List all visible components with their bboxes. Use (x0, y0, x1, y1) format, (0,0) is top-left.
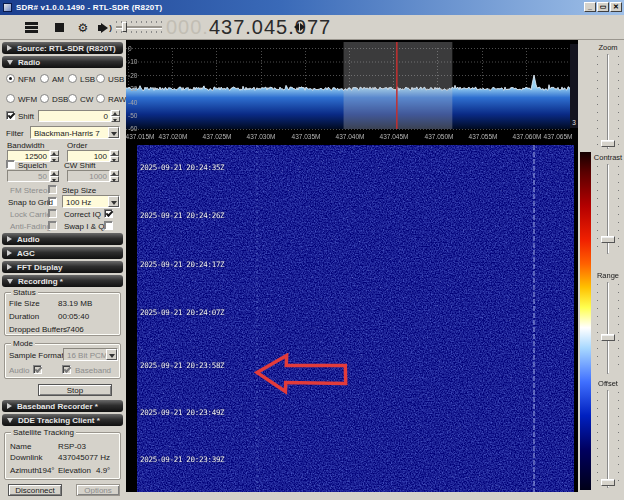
frequency-step-right-icon[interactable] (300, 23, 305, 31)
chevron-down-icon (7, 418, 13, 423)
close-button[interactable]: ✕ (610, 2, 622, 12)
gear-icon: ⚙ (78, 22, 89, 34)
step-size-dropdown[interactable]: 100 Hz (62, 195, 120, 208)
fft-scale-badge: 3 (570, 44, 578, 128)
radio-mode-usb[interactable] (96, 74, 105, 83)
satellite-name-value: RSP-03 (58, 442, 86, 451)
dropdown-arrow-icon[interactable] (108, 196, 119, 207)
panel-baseband-recorder[interactable]: Baseband Recorder * (2, 400, 123, 412)
contrast-slider-label: Contrast (592, 153, 624, 162)
waterfall-timestamp: 2025-09-21 20:24:26Z (140, 211, 224, 220)
radio-mode-lsb[interactable] (68, 74, 77, 83)
panel-audio[interactable]: Audio (2, 233, 123, 245)
maximize-button[interactable]: ▭ (597, 2, 609, 12)
correct-iq-checkbox[interactable] (104, 209, 113, 218)
radio-mode-dsb[interactable] (40, 94, 49, 103)
x-tick: 437.025M (199, 133, 235, 140)
y-tick: -10 (128, 58, 137, 65)
record-baseband-checkbox (62, 365, 71, 374)
filter-dropdown[interactable]: Blackman-Harris 7 (30, 126, 120, 139)
y-tick: 0 (128, 45, 132, 52)
panel-recording[interactable]: Recording * (2, 275, 123, 287)
mute-button[interactable]: ) (96, 19, 114, 36)
menu-button[interactable] (22, 19, 40, 36)
x-tick: 437.035M (288, 133, 324, 140)
record-audio-checkbox (33, 365, 42, 374)
panel-dde-tracking-client[interactable]: DDE Tracking Client * (2, 414, 123, 426)
y-tick: -40 (128, 99, 137, 106)
waterfall-noise (137, 145, 574, 492)
settings-button[interactable]: ⚙ (74, 19, 92, 36)
lock-carrier-checkbox (48, 209, 57, 218)
offset-slider[interactable] (592, 390, 624, 488)
frequency-leading-zeros: 000. (166, 16, 209, 39)
chevron-right-icon (7, 250, 12, 256)
radio-mode-am[interactable] (40, 74, 49, 83)
y-tick: -50 (128, 112, 137, 119)
sdrsharp-window: { "window": { "title": "SDR# v1.0.0.1490… (0, 0, 624, 500)
zoom-slider[interactable] (592, 54, 624, 149)
contrast-slider[interactable] (592, 164, 624, 254)
chevron-right-icon (7, 45, 12, 51)
shift-spinner[interactable]: 0 (38, 110, 120, 122)
x-tick: 437.050M (421, 133, 457, 140)
downlink-value: 437045077 Hz (58, 453, 110, 462)
frequency-display[interactable]: 000.437.045.077 (166, 16, 331, 39)
swap-iq-checkbox[interactable] (104, 221, 113, 230)
hamburger-icon (25, 22, 38, 33)
contrast-slider-thumb[interactable] (601, 236, 615, 243)
chevron-right-icon (7, 236, 12, 242)
disconnect-button[interactable]: Disconnect (8, 484, 62, 496)
range-slider-label: Range (592, 271, 624, 280)
title-bar[interactable]: SDR# v1.0.0.1490 - RTL-SDR (R820T) (0, 0, 624, 15)
waterfall-timestamp: 2025-09-21 20:24:07Z (140, 308, 224, 317)
panel-radio[interactable]: Radio (2, 56, 123, 68)
offset-slider-thumb[interactable] (601, 479, 615, 486)
squelch-spinner: 50 (7, 170, 59, 182)
waterfall-timestamp: 2025-09-21 20:23:58Z (140, 361, 224, 370)
annotation-arrow-icon (254, 353, 348, 395)
frequency-value: 437.045.077 (209, 16, 331, 39)
squelch-checkbox[interactable] (6, 160, 15, 169)
waterfall-timestamp: 2025-09-21 20:23:39Z (140, 455, 224, 464)
panel-agc[interactable]: AGC (2, 247, 123, 259)
panel-source[interactable]: Source: RTL-SDR (R820T) (2, 42, 123, 54)
waterfall-timestamp: 2025-09-21 20:24:17Z (140, 260, 224, 269)
elevation-value: 4.9° (96, 466, 110, 475)
y-tick: -20 (128, 72, 137, 79)
options-button: Options (76, 484, 120, 496)
volume-slider-thumb[interactable] (122, 22, 127, 32)
speaker-icon: ) (98, 23, 112, 33)
range-slider[interactable] (592, 282, 624, 374)
minimize-button[interactable]: _ (584, 2, 596, 12)
toolbar: ⚙ ) 000.437.045.077 (0, 15, 624, 40)
main-display: 0 -10 -20 -30 -40 -50 -60 3 437.015M 437… (126, 40, 578, 492)
shift-checkbox[interactable] (6, 111, 15, 120)
stop-button[interactable] (50, 19, 68, 36)
radio-mode-cw[interactable] (68, 94, 77, 103)
waterfall-timestamp: 2025-09-21 20:23:49Z (140, 408, 224, 417)
fm-stereo-checkbox (48, 185, 57, 194)
radio-mode-nfm[interactable] (6, 74, 15, 83)
x-tick: 437.030M (243, 133, 279, 140)
dropped-buffers-value: 7406 (66, 325, 84, 334)
x-tick: 437.040M (332, 133, 368, 140)
spectrum-plot[interactable] (126, 42, 578, 132)
frequency-step-left-icon[interactable] (294, 23, 299, 31)
range-slider-thumb[interactable] (601, 334, 615, 341)
radio-mode-wfm[interactable] (6, 94, 15, 103)
stop-recording-button[interactable]: Stop (38, 384, 112, 396)
offset-slider-label: Offset (592, 379, 624, 388)
volume-slider[interactable] (116, 21, 162, 35)
chevron-right-icon (7, 403, 12, 409)
chevron-down-icon (7, 279, 13, 284)
anti-fading-checkbox (48, 221, 57, 230)
radio-mode-raw[interactable] (96, 94, 105, 103)
app-icon (3, 3, 12, 12)
waterfall[interactable] (137, 145, 574, 492)
panel-fft-display[interactable]: FFT Display (2, 261, 123, 273)
chevron-down-icon (7, 60, 13, 65)
dropdown-arrow-icon[interactable] (108, 127, 119, 138)
cw-shift-spinner: 1000 (67, 170, 119, 182)
zoom-slider-thumb[interactable] (601, 140, 615, 147)
